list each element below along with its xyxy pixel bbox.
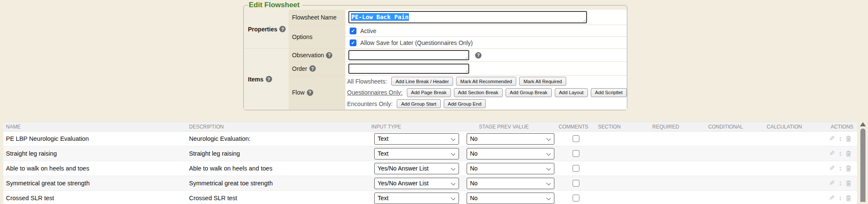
scrollbar-up-arrow-icon[interactable] [860, 122, 866, 126]
flowsheet-name-selected-text: PE-Low Back Pain [351, 13, 409, 21]
edit-icon[interactable] [829, 135, 835, 142]
input-type-select[interactable]: Text [374, 148, 459, 159]
move-icon[interactable] [838, 165, 842, 172]
resize-grip-icon[interactable] [464, 69, 468, 73]
input-type-select[interactable]: Text [374, 193, 459, 204]
move-icon[interactable] [838, 195, 842, 201]
table-row: Symmetrical great toe strength Symmetric… [3, 176, 857, 191]
flow-button[interactable]: Add Group Break [506, 88, 552, 97]
properties-group-cell: Properties [244, 10, 289, 49]
edit-flowsheet-legend: Edit Flowsheet [248, 1, 302, 9]
allow-save-for-later-checkbox[interactable] [350, 39, 356, 46]
comments-checkbox[interactable] [573, 165, 579, 172]
stage-prev-value-cell: No [461, 163, 556, 174]
stage-prev-value-select[interactable]: No [467, 148, 554, 159]
move-icon[interactable] [838, 180, 842, 187]
flowsheet-name-value-cell: PE-Low Back Pain [345, 10, 627, 25]
edit-icon[interactable] [829, 195, 835, 201]
flow-questionnaires-row: Questionnaires Only: Add Page BreakAdd S… [345, 87, 627, 98]
order-help-icon[interactable] [309, 65, 316, 72]
resize-grip-icon[interactable] [464, 55, 468, 59]
table-body: PE LBP Neurologic Evaluation Neurologic … [3, 131, 857, 204]
input-type-selected-value: Yes/No Answer List [375, 180, 428, 187]
input-type-select[interactable]: Yes/No Answer List [374, 178, 459, 189]
stage-prev-value-select[interactable]: No [467, 178, 554, 189]
flow-button[interactable]: Mark All Recommended [456, 77, 516, 86]
observation-field-help-icon[interactable] [475, 52, 481, 59]
item-description: Able to walk on heels and toes [186, 165, 369, 172]
flowsheet-name-label: Flowsheet Name [292, 14, 337, 21]
comments-checkbox[interactable] [573, 195, 579, 201]
delete-icon[interactable] [846, 135, 851, 142]
scrollbar-thumb[interactable] [860, 129, 865, 202]
move-icon[interactable] [838, 150, 842, 157]
actions-cell [826, 135, 857, 142]
option-allow-save-row: Allow Save for Later (Questionnaires Onl… [345, 37, 627, 49]
all-flowsheets-caption: All Flowsheets: [347, 78, 387, 85]
chevron-down-icon [546, 151, 551, 155]
delete-icon[interactable] [846, 195, 851, 201]
order-input[interactable] [348, 64, 469, 74]
properties-help-icon[interactable] [279, 26, 286, 32]
col-header-name: NAME [3, 124, 186, 130]
stage-prev-value-selected-value: No [467, 150, 478, 157]
input-type-select[interactable]: Yes/No Answer List [374, 163, 459, 174]
stage-prev-value-select[interactable]: No [467, 163, 554, 174]
col-header-required: REQUIRED [648, 124, 704, 130]
flowsheet-items-table: NAME DESCRIPTION INPUT TYPE STAGE PREV V… [3, 122, 857, 204]
comments-cell [556, 150, 593, 157]
resize-grip-icon[interactable] [582, 18, 586, 22]
item-name: Able to walk on heels and toes [3, 165, 186, 172]
comments-checkbox[interactable] [573, 180, 579, 187]
comments-cell [556, 180, 593, 187]
flowsheet-name-input[interactable]: PE-Low Back Pain [348, 11, 587, 23]
vertical-scrollbar[interactable] [859, 121, 867, 204]
flow-button[interactable]: Add Group End [444, 99, 486, 108]
items-help-icon[interactable] [266, 76, 272, 82]
edit-icon[interactable] [829, 165, 835, 172]
table-row: Able to walk on heels and toes Able to w… [3, 161, 857, 176]
table-row: Straight leg raising Straight leg raisin… [3, 146, 857, 161]
active-checkbox[interactable] [350, 28, 356, 34]
col-header-input-type: INPUT TYPE [369, 124, 461, 130]
questionnaires-only-caption: Questionnaires Only: [347, 89, 403, 96]
comments-checkbox[interactable] [573, 150, 579, 157]
observation-help-icon[interactable] [326, 52, 332, 59]
flow-label-cell: Flow [289, 75, 345, 109]
col-header-actions: ACTIONS [826, 124, 857, 130]
flow-button[interactable]: Mark All Required [519, 77, 566, 86]
flow-button[interactable]: Add Section Break [454, 88, 503, 97]
properties-label: Properties [248, 26, 277, 33]
delete-icon[interactable] [846, 180, 851, 187]
allow-save-for-later-label: Allow Save for Later (Questionnaires Onl… [360, 39, 473, 46]
flowsheet-name-label-cell: Flowsheet Name [289, 10, 345, 25]
flow-button[interactable]: Add Page Break [407, 88, 451, 97]
move-icon[interactable] [838, 135, 842, 142]
delete-icon[interactable] [846, 165, 851, 172]
edit-flowsheet-grid: Properties Items Flowsheet Name Options … [244, 10, 627, 109]
input-type-selected-value: Yes/No Answer List [375, 165, 428, 172]
options-label-cell: Options [289, 25, 345, 49]
comments-checkbox[interactable] [573, 135, 579, 142]
delete-icon[interactable] [846, 150, 851, 157]
flow-help-icon[interactable] [307, 89, 313, 96]
flow-button[interactable]: Add Scriptlet [591, 88, 627, 97]
input-type-select[interactable]: Text [374, 133, 459, 145]
observation-input[interactable] [348, 50, 469, 60]
flow-button[interactable]: Add Group Start [397, 99, 440, 108]
stage-prev-value-selected-value: No [467, 195, 478, 201]
edit-icon[interactable] [829, 150, 835, 157]
table-row: PE LBP Neurologic Evaluation Neurologic … [3, 131, 857, 146]
item-name: Crossed SLR test [3, 195, 186, 201]
item-name: PE LBP Neurologic Evaluation [3, 135, 186, 142]
input-type-cell: Text [369, 193, 461, 204]
item-description: Crossed SLR test [186, 195, 369, 201]
stage-prev-value-select[interactable]: No [467, 193, 554, 204]
encounters-only-buttons: Add Group StartAdd Group End [397, 99, 485, 108]
item-description: Straight leg raising [186, 150, 369, 157]
flow-button[interactable]: Add Line Break / Header [391, 77, 453, 86]
flow-button[interactable]: Add Layout [555, 88, 588, 97]
stage-prev-value-select[interactable]: No [467, 133, 554, 145]
flow-encounters-row: Encounters Only: Add Group StartAdd Grou… [345, 98, 627, 109]
edit-icon[interactable] [829, 180, 835, 187]
